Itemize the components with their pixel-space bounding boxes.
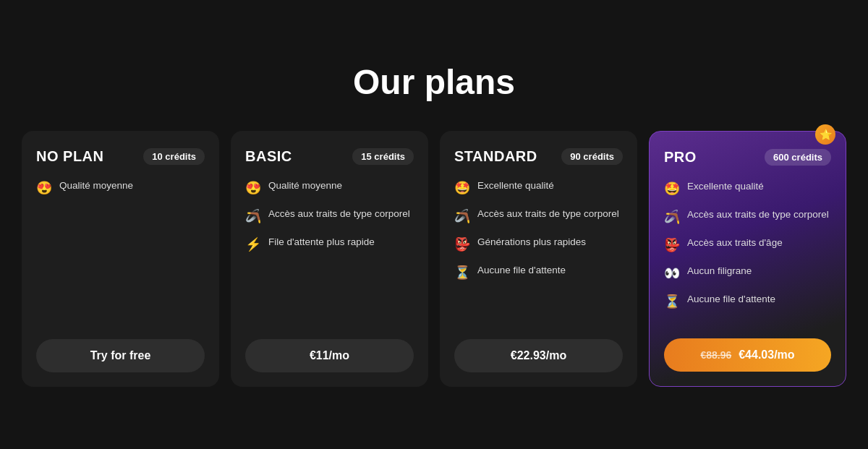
feature-icon: 👺 <box>664 236 680 255</box>
feature-text: Excellente qualité <box>477 179 554 193</box>
feature-text: File d'attente plus rapide <box>268 236 375 249</box>
plan-card-pro: PRO600 crédits🤩Excellente qualité🪃Accès … <box>649 131 846 388</box>
features-list-basic: 😍Qualité moyenne🪃Accès aux traits de typ… <box>245 179 414 322</box>
feature-icon: 😍 <box>36 179 52 197</box>
feature-item: ⚡File d'attente plus rapide <box>245 236 414 254</box>
feature-item: 👀Aucun filigrane <box>664 265 831 283</box>
feature-text: Aucune file d'attente <box>477 264 566 278</box>
feature-text: Accès aux traits d'âge <box>687 236 783 250</box>
feature-icon: 😍 <box>245 179 261 197</box>
feature-item: 🤩Excellente qualité <box>454 179 623 197</box>
feature-item: 😍Qualité moyenne <box>245 179 414 197</box>
feature-text: Accès aux traits de type corporel <box>268 208 410 221</box>
features-list-no-plan: 😍Qualité moyenne <box>36 179 205 322</box>
plan-name-no-plan: NO PLAN <box>36 148 104 165</box>
plan-header-no-plan: NO PLAN10 crédits <box>36 148 205 165</box>
star-badge-icon: ⭐ <box>815 124 835 145</box>
plan-card-standard: STANDARD90 crédits🤩Excellente qualité🪃Ac… <box>440 131 637 388</box>
feature-text: Accès aux traits de type corporel <box>687 208 829 222</box>
plan-header-pro: PRO600 crédits <box>664 149 831 166</box>
feature-item: 🪃Accès aux traits de type corporel <box>664 208 831 226</box>
feature-icon: 🤩 <box>454 179 470 197</box>
feature-text: Aucune file d'attente <box>687 293 775 307</box>
plan-header-basic: BASIC15 crédits <box>245 148 414 165</box>
credits-badge-basic: 15 crédits <box>352 148 414 165</box>
feature-icon: ⚡ <box>245 236 261 254</box>
feature-text: Générations plus rapides <box>477 236 586 249</box>
plan-card-basic: BASIC15 crédits😍Qualité moyenne🪃Accès au… <box>231 131 428 388</box>
cta-button-no-plan[interactable]: Try for free <box>36 339 205 372</box>
price-original: €88.96 <box>700 349 731 361</box>
plan-name-standard: STANDARD <box>454 148 537 165</box>
feature-item: 🪃Accès aux traits de type corporel <box>245 208 414 226</box>
feature-item: 👺Générations plus rapides <box>454 236 623 254</box>
feature-item: 🪃Accès aux traits de type corporel <box>454 208 623 226</box>
feature-icon: 🪃 <box>245 208 261 226</box>
cta-button-pro[interactable]: €88.96€44.03/mo <box>664 338 831 372</box>
plan-card-no-plan: NO PLAN10 crédits😍Qualité moyenneTry for… <box>22 131 219 388</box>
features-list-pro: 🤩Excellente qualité🪃Accès aux traits de … <box>664 180 831 322</box>
feature-icon: ⏳ <box>454 264 470 282</box>
feature-text: Accès aux traits de type corporel <box>477 208 619 221</box>
plans-grid: NO PLAN10 crédits😍Qualité moyenneTry for… <box>22 131 846 388</box>
feature-icon: 🪃 <box>454 208 470 226</box>
feature-icon: 👀 <box>664 265 680 283</box>
page-title: Our plans <box>353 62 515 102</box>
credits-badge-pro: 600 crédits <box>765 149 831 166</box>
credits-badge-no-plan: 10 crédits <box>143 148 205 165</box>
feature-icon: 👺 <box>454 236 470 254</box>
feature-item: ⏳Aucune file d'attente <box>454 264 623 282</box>
feature-text: Qualité moyenne <box>268 179 342 193</box>
feature-icon: 🤩 <box>664 180 680 198</box>
feature-item: 👺Accès aux traits d'âge <box>664 236 831 255</box>
cta-button-basic[interactable]: €11/mo <box>245 339 414 372</box>
feature-item: 🤩Excellente qualité <box>664 180 831 198</box>
feature-icon: 🪃 <box>664 208 680 226</box>
feature-text: Excellente qualité <box>687 180 764 194</box>
plan-name-basic: BASIC <box>245 148 292 165</box>
feature-text: Aucun filigrane <box>687 265 752 278</box>
feature-item: 😍Qualité moyenne <box>36 179 205 197</box>
plan-header-standard: STANDARD90 crédits <box>454 148 623 165</box>
features-list-standard: 🤩Excellente qualité🪃Accès aux traits de … <box>454 179 623 322</box>
price-discounted: €44.03/mo <box>739 348 794 362</box>
plan-name-pro: PRO <box>664 149 697 166</box>
feature-text: Qualité moyenne <box>59 179 133 193</box>
feature-icon: ⏳ <box>664 293 680 311</box>
feature-item: ⏳Aucune file d'attente <box>664 293 831 311</box>
credits-badge-standard: 90 crédits <box>561 148 623 165</box>
cta-button-standard[interactable]: €22.93/mo <box>454 339 623 372</box>
